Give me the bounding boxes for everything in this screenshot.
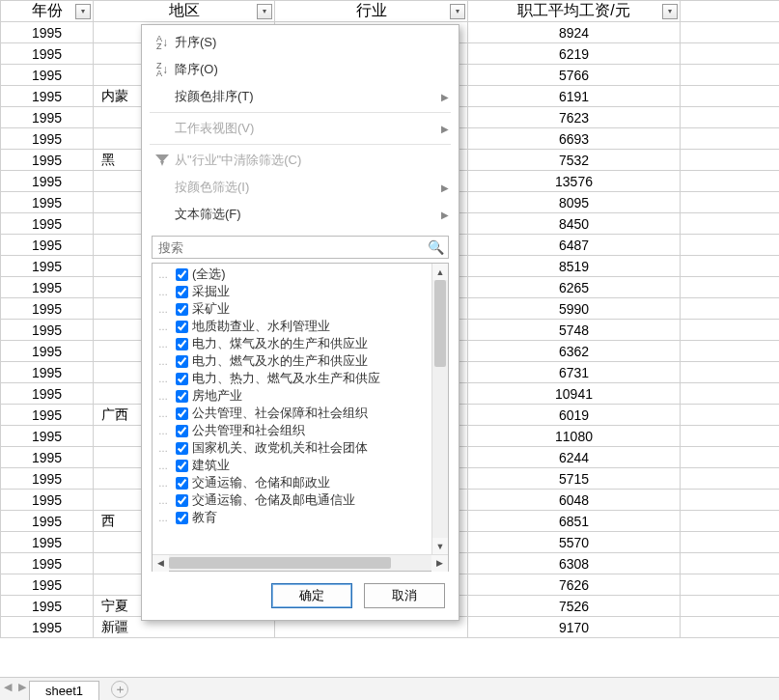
filter-tree-item[interactable]: …建筑业 bbox=[158, 457, 448, 474]
filter-checkbox[interactable] bbox=[176, 286, 188, 298]
cell-salary[interactable]: 8450 bbox=[468, 213, 681, 235]
cell-year[interactable]: 1995 bbox=[1, 341, 94, 362]
cell-salary[interactable]: 7623 bbox=[468, 107, 681, 128]
cell-year[interactable]: 1995 bbox=[1, 617, 94, 638]
cell-extra[interactable] bbox=[681, 490, 780, 511]
filter-tree-item[interactable]: …采掘业 bbox=[158, 283, 448, 300]
cell-year[interactable]: 1995 bbox=[1, 574, 94, 596]
filter-checkbox[interactable] bbox=[176, 321, 188, 333]
menu-text-filter[interactable]: 文本筛选(F) ▶ bbox=[142, 201, 459, 228]
cell-salary[interactable]: 6219 bbox=[468, 43, 681, 65]
filter-checkbox[interactable] bbox=[176, 338, 188, 350]
cell-salary[interactable]: 11080 bbox=[468, 426, 681, 447]
cell-year[interactable]: 1995 bbox=[1, 192, 94, 213]
filter-tree-item[interactable]: …(全选) bbox=[158, 266, 448, 283]
cell-salary[interactable]: 6019 bbox=[468, 405, 681, 426]
cell-year[interactable]: 1995 bbox=[1, 43, 94, 65]
cell-extra[interactable] bbox=[681, 320, 780, 341]
cell-salary[interactable]: 13576 bbox=[468, 171, 681, 192]
filter-checkbox[interactable] bbox=[176, 460, 188, 472]
cell-salary[interactable]: 9170 bbox=[468, 617, 681, 638]
cell-year[interactable]: 1995 bbox=[1, 65, 94, 86]
header-salary[interactable]: 职工平均工资/元 ▾ bbox=[468, 1, 681, 22]
filter-tree-item[interactable]: …房地产业 bbox=[158, 387, 448, 405]
cell-extra[interactable] bbox=[681, 256, 780, 277]
cell-year[interactable]: 1995 bbox=[1, 213, 94, 235]
scroll-up-icon[interactable]: ▲ bbox=[432, 264, 448, 280]
cell-extra[interactable] bbox=[681, 192, 780, 213]
filter-checkbox[interactable] bbox=[176, 512, 188, 524]
cell-year[interactable]: 1995 bbox=[1, 362, 94, 383]
cell-extra[interactable] bbox=[681, 553, 780, 574]
scroll-thumb-h[interactable] bbox=[169, 557, 391, 569]
filter-search-box[interactable]: 🔍 bbox=[152, 236, 449, 259]
tree-vertical-scrollbar[interactable]: ▲ ▼ bbox=[431, 264, 448, 554]
header-region[interactable]: 地区 ▾ bbox=[94, 1, 275, 22]
cell-salary[interactable]: 5766 bbox=[468, 65, 681, 86]
scroll-thumb[interactable] bbox=[434, 280, 446, 367]
scroll-down-icon[interactable]: ▼ bbox=[432, 538, 448, 554]
header-year[interactable]: 年份 ▾ bbox=[1, 1, 94, 22]
cell-salary[interactable]: 5715 bbox=[468, 468, 681, 490]
cell-year[interactable]: 1995 bbox=[1, 405, 94, 426]
filter-tree-item[interactable]: …地质勘查业、水利管理业 bbox=[158, 318, 448, 335]
cell-extra[interactable] bbox=[681, 426, 780, 447]
filter-checkbox[interactable] bbox=[176, 442, 188, 455]
cell-year[interactable]: 1995 bbox=[1, 86, 94, 107]
tree-horizontal-scrollbar[interactable]: ◀ ▶ bbox=[153, 554, 448, 571]
cell-extra[interactable] bbox=[681, 511, 780, 532]
cell-year[interactable]: 1995 bbox=[1, 235, 94, 256]
filter-tree-item[interactable]: …电力、煤气及水的生产和供应业 bbox=[158, 335, 448, 352]
header-industry[interactable]: 行业 ▾ bbox=[275, 1, 468, 22]
cell-extra[interactable] bbox=[681, 107, 780, 128]
cell-year[interactable]: 1995 bbox=[1, 490, 94, 511]
filter-checkbox[interactable] bbox=[176, 477, 188, 490]
filter-search-input[interactable] bbox=[156, 239, 428, 256]
add-sheet-button[interactable]: ＋ bbox=[111, 681, 128, 698]
cell-extra[interactable] bbox=[681, 532, 780, 553]
cell-year[interactable]: 1995 bbox=[1, 277, 94, 298]
cell-extra[interactable] bbox=[681, 86, 780, 107]
cell-salary[interactable]: 6244 bbox=[468, 447, 681, 468]
filter-checkbox[interactable] bbox=[176, 390, 188, 403]
filter-tree-item[interactable]: …国家机关、政党机关和社会团体 bbox=[158, 439, 448, 457]
cell-extra[interactable] bbox=[681, 362, 780, 383]
cell-extra[interactable] bbox=[681, 341, 780, 362]
cell-extra[interactable] bbox=[681, 22, 780, 43]
sheet-tab-sheet1[interactable]: sheet1 bbox=[29, 681, 99, 700]
menu-sort-asc[interactable]: AZ↓ 升序(S) bbox=[142, 29, 459, 56]
filter-tree-item[interactable]: …采矿业 bbox=[158, 300, 448, 318]
cell-extra[interactable] bbox=[681, 213, 780, 235]
ok-button[interactable]: 确定 bbox=[271, 583, 352, 608]
filter-checkbox[interactable] bbox=[176, 494, 188, 507]
cell-year[interactable]: 1995 bbox=[1, 383, 94, 405]
filter-tree-item[interactable]: …教育 bbox=[158, 509, 448, 526]
cell-year[interactable]: 1995 bbox=[1, 107, 94, 128]
cell-year[interactable]: 1995 bbox=[1, 596, 94, 617]
cell-salary[interactable]: 6191 bbox=[468, 86, 681, 107]
filter-tree-item[interactable]: …交通运输、仓储和邮政业 bbox=[158, 474, 448, 491]
cell-salary[interactable]: 6487 bbox=[468, 235, 681, 256]
cell-salary[interactable]: 6362 bbox=[468, 341, 681, 362]
filter-checkbox[interactable] bbox=[176, 425, 188, 437]
cell-extra[interactable] bbox=[681, 574, 780, 596]
cell-salary[interactable]: 5748 bbox=[468, 320, 681, 341]
cell-year[interactable]: 1995 bbox=[1, 511, 94, 532]
cell-extra[interactable] bbox=[681, 235, 780, 256]
filter-button-region[interactable]: ▾ bbox=[257, 4, 272, 19]
filter-button-year[interactable]: ▾ bbox=[75, 4, 91, 19]
filter-tree-item[interactable]: …电力、热力、燃气及水生产和供应 bbox=[158, 370, 448, 387]
filter-tree-item[interactable]: …电力、燃气及水的生产和供应业 bbox=[158, 352, 448, 370]
cell-year[interactable]: 1995 bbox=[1, 256, 94, 277]
filter-checkbox[interactable] bbox=[176, 303, 188, 316]
cell-extra[interactable] bbox=[681, 171, 780, 192]
cell-year[interactable]: 1995 bbox=[1, 447, 94, 468]
cell-salary[interactable]: 7532 bbox=[468, 150, 681, 171]
cell-salary[interactable]: 8924 bbox=[468, 22, 681, 43]
filter-checkbox[interactable] bbox=[176, 268, 188, 281]
filter-checkbox[interactable] bbox=[176, 407, 188, 420]
filter-button-industry[interactable]: ▾ bbox=[450, 4, 465, 19]
cell-extra[interactable] bbox=[681, 617, 780, 638]
cell-salary[interactable]: 6693 bbox=[468, 128, 681, 150]
cell-salary[interactable]: 10941 bbox=[468, 383, 681, 405]
